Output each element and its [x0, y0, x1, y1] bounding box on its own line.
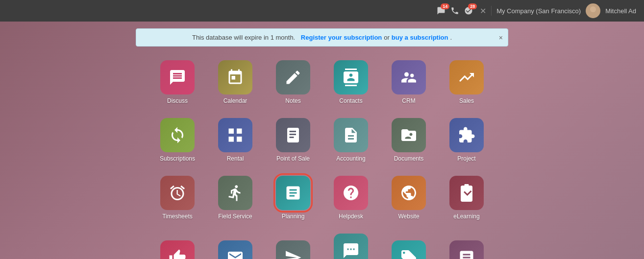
app-label-discuss: Discuss: [167, 97, 188, 104]
app-label-calendar: Calendar: [223, 97, 248, 104]
app-grid: DiscussCalendarNotesContactsCRMSalesSubs…: [141, 53, 503, 259]
svg-rect-3: [237, 129, 242, 134]
chat-nav-icon[interactable]: 28: [464, 6, 473, 15]
app-icon-sms: [334, 234, 368, 259]
user-name[interactable]: Mitchell Ad: [605, 7, 636, 15]
app-item-sms[interactable]: SMS: [324, 227, 378, 259]
svg-point-0: [590, 6, 596, 12]
app-icon-notes: [276, 60, 310, 94]
app-icon-rental: [218, 118, 252, 152]
app-item-notes[interactable]: Notes: [266, 53, 320, 107]
app-label-sales: Sales: [459, 97, 474, 104]
app-item-survey[interactable]: [440, 227, 494, 259]
app-icon-email: [218, 240, 252, 259]
app-icon-helpdesk: [334, 176, 368, 210]
svg-rect-2: [229, 129, 234, 134]
app-label-subscriptions: Subscriptions: [160, 155, 195, 162]
app-item-documents[interactable]: Documents: [382, 111, 436, 165]
app-item-rental[interactable]: Rental: [208, 111, 262, 165]
app-item-thumb[interactable]: [150, 227, 204, 259]
discuss-badge: 14: [441, 3, 449, 9]
app-icon-documents: [392, 118, 426, 152]
svg-point-1: [588, 12, 598, 18]
user-avatar[interactable]: [586, 3, 600, 18]
app-icon-thumb: [160, 240, 195, 259]
nav-close-button[interactable]: ✕: [480, 6, 486, 16]
app-item-sales[interactable]: Sales: [440, 53, 494, 107]
app-item-project[interactable]: Project: [440, 111, 494, 165]
app-icon-pos: [276, 118, 310, 152]
app-label-planning: Planning: [282, 213, 305, 220]
phone-nav-icon[interactable]: [450, 6, 459, 15]
nav-icons: 14 28 ✕ My Company (San Francisco) Mitch…: [437, 3, 636, 18]
app-icon-planning: [276, 176, 310, 210]
app-item-email[interactable]: [208, 227, 262, 259]
app-icon-send: [276, 240, 310, 259]
chat-badge: 28: [468, 3, 477, 9]
app-item-calendar[interactable]: Calendar: [208, 53, 262, 107]
banner-text-between: or: [384, 34, 390, 41]
app-item-planning[interactable]: Planning: [266, 169, 320, 223]
app-label-notes: Notes: [285, 97, 300, 104]
app-icon-website: [392, 176, 426, 210]
app-label-website: Website: [398, 213, 419, 220]
expiry-banner: This database will expire in 1 month. Re…: [136, 28, 508, 47]
company-name[interactable]: My Company (San Francisco): [496, 7, 581, 15]
app-label-pos: Point of Sale: [276, 155, 310, 162]
app-icon-accounting: [334, 118, 368, 152]
app-label-elearning: eLearning: [453, 213, 479, 220]
app-label-contacts: Contacts: [339, 97, 362, 104]
app-icon-fieldservice: [218, 176, 252, 210]
app-item-tag[interactable]: [382, 227, 436, 259]
app-icon-calendar: [218, 60, 252, 94]
app-item-crm[interactable]: CRM: [382, 53, 436, 107]
app-label-helpdesk: Helpdesk: [339, 213, 363, 220]
app-label-fieldservice: Field Service: [218, 213, 252, 220]
buy-subscription-link[interactable]: buy a subscription: [392, 34, 448, 41]
app-label-project: Project: [457, 155, 475, 162]
app-item-helpdesk[interactable]: Helpdesk: [324, 169, 378, 223]
app-icon-tag: [392, 240, 426, 259]
discuss-nav-icon[interactable]: 14: [437, 6, 446, 15]
app-item-send[interactable]: [266, 227, 320, 259]
register-subscription-link[interactable]: Register your subscription: [301, 34, 382, 41]
app-icon-timesheets: [160, 176, 195, 210]
svg-rect-4: [229, 137, 234, 142]
app-label-timesheets: Timesheets: [162, 213, 193, 220]
app-icon-contacts: [334, 60, 368, 94]
app-label-rental: Rental: [227, 155, 244, 162]
app-label-crm: CRM: [402, 97, 415, 104]
app-label-documents: Documents: [394, 155, 424, 162]
app-item-website[interactable]: Website: [382, 169, 436, 223]
app-item-pos[interactable]: Point of Sale: [266, 111, 320, 165]
app-icon-discuss: [160, 60, 195, 94]
app-icon-subscriptions: [160, 118, 195, 152]
app-grid-wrapper: DiscussCalendarNotesContactsCRMSalesSubs…: [0, 53, 644, 259]
banner-text-before: This database will expire in 1 month.: [192, 34, 295, 41]
banner-close-button[interactable]: ×: [499, 34, 503, 42]
app-icon-elearning: [449, 176, 484, 210]
app-icon-sales: [449, 60, 484, 94]
navbar: 14 28 ✕ My Company (San Francisco) Mitch…: [0, 0, 644, 22]
app-icon-survey: [449, 240, 484, 259]
app-item-timesheets[interactable]: Timesheets: [150, 169, 204, 223]
app-icon-crm: [392, 60, 426, 94]
app-item-discuss[interactable]: Discuss: [150, 53, 204, 107]
app-item-contacts[interactable]: Contacts: [324, 53, 378, 107]
app-icon-project: [449, 118, 484, 152]
app-item-subscriptions[interactable]: Subscriptions: [150, 111, 204, 165]
nav-divider: [491, 6, 492, 16]
banner-text-after: .: [450, 34, 452, 41]
app-item-accounting[interactable]: Accounting: [324, 111, 378, 165]
svg-rect-5: [237, 137, 242, 142]
app-item-fieldservice[interactable]: Field Service: [208, 169, 262, 223]
app-item-elearning[interactable]: eLearning: [440, 169, 494, 223]
app-label-accounting: Accounting: [336, 155, 365, 162]
